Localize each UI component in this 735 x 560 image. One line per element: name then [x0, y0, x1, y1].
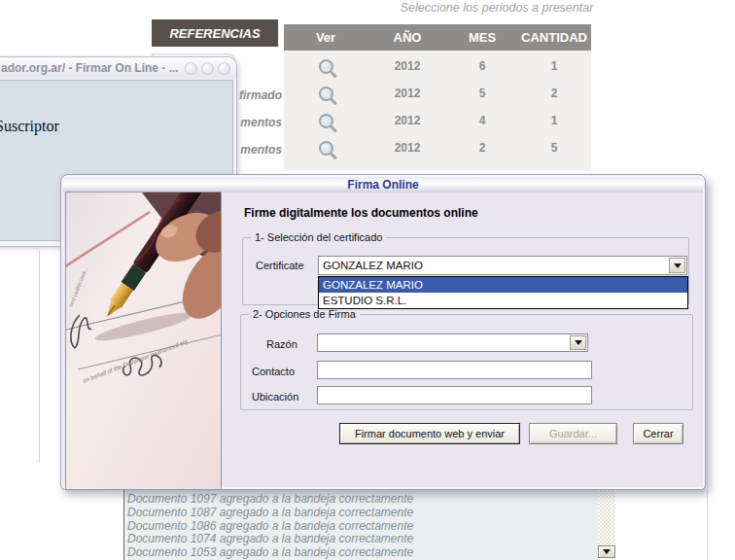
- certificate-dropdown-list: GONZALEZ MARIO ESTUDIO S.R.L.: [318, 276, 688, 309]
- periods-instruction: Seleccione los periodos a presentar: [389, 1, 605, 15]
- page-right-border: [707, 490, 708, 560]
- periods-table: Ver AÑO MES CANTIDAD 2012 6 1 2012 5 2 2…: [284, 24, 591, 170]
- window-control-button[interactable]: [185, 62, 197, 75]
- log-scrollbar[interactable]: [598, 490, 615, 558]
- razon-combo[interactable]: [317, 333, 588, 352]
- cell-cantidad: 1: [517, 52, 591, 80]
- column-header-ver: Ver: [284, 24, 368, 51]
- cell-mes: 6: [447, 52, 517, 80]
- magnifier-icon[interactable]: [319, 141, 333, 156]
- table-row: 2012 4 1: [284, 107, 591, 134]
- pen-photo-graphic: on behalf of the Developer (authorized s…: [66, 192, 222, 490]
- cell-cantidad: 2: [517, 80, 591, 107]
- log-item: Documento 1086 agregado a la bandeja cor…: [127, 520, 598, 534]
- table-row: 2012 5 2: [284, 80, 591, 107]
- window-titlebar[interactable]: ador.org.ar/ - Firmar On Line - ...: [0, 57, 236, 79]
- periods-table-body: 2012 6 1 2012 5 2 2012 4 1 2012 2 5: [284, 51, 591, 161]
- contacto-input[interactable]: [318, 364, 591, 380]
- ubicacion-field-wrap: [317, 386, 592, 404]
- sign-and-send-button[interactable]: Firmar documento web y enviar: [339, 423, 520, 444]
- log-item: Documento 1097 agregado a la bandeja cor…: [127, 493, 598, 507]
- log-item: Documento 1053 agregado a la bandeja cor…: [127, 546, 598, 560]
- dropdown-option[interactable]: ESTUDIO S.R.L.: [319, 293, 687, 308]
- dropdown-option[interactable]: GONZALEZ MARIO: [319, 277, 687, 293]
- dialog-titlebar[interactable]: Firma Online: [63, 177, 703, 192]
- window-control-button[interactable]: [218, 62, 230, 75]
- ubicacion-label: Ubicación: [252, 391, 298, 402]
- magnifier-icon[interactable]: [319, 59, 333, 74]
- column-header-ano: AÑO: [368, 24, 447, 51]
- screen: Seleccione los periodos a presentar REFE…: [0, 0, 735, 560]
- cell-ano: 2012: [368, 107, 447, 134]
- save-button: Guardar...: [529, 423, 617, 444]
- cell-cantidad: 5: [517, 134, 591, 161]
- table-row: 2012 6 1: [284, 52, 591, 80]
- column-header-cantidad: CANTIDAD: [517, 24, 591, 51]
- certificate-label: Certificate: [256, 260, 304, 271]
- cell-ano: 2012: [368, 134, 447, 161]
- references-header: REFERENCIAS: [152, 19, 278, 47]
- window-controls: [185, 62, 230, 75]
- references-title: REFERENCIAS: [169, 26, 260, 41]
- certificate-combo[interactable]: GONZALEZ MARIO: [318, 256, 687, 275]
- window-title: ador.org.ar/ - Firmar On Line - ...: [1, 61, 185, 75]
- magnifier-icon[interactable]: [319, 114, 333, 128]
- ubicacion-input[interactable]: [318, 389, 591, 405]
- cell-mes: 2: [447, 134, 517, 161]
- dialog-title: Firma Online: [347, 178, 418, 192]
- cell-mes: 5: [447, 80, 517, 107]
- razon-label: Razón: [266, 338, 298, 350]
- log-item: Documento 1074 agregado a la bandeja cor…: [127, 533, 598, 546]
- contacto-label: Contacto: [252, 366, 295, 377]
- magnifier-icon[interactable]: [319, 87, 333, 101]
- cell-mes: 4: [447, 107, 517, 134]
- contacto-field-wrap: [317, 361, 592, 379]
- table-row: 2012 2 5: [284, 134, 591, 161]
- options-section-legend: 2- Opciones de Firma: [249, 308, 360, 320]
- chevron-down-icon[interactable]: [570, 335, 586, 350]
- pen-signature-photo: on behalf of the Developer (authorized s…: [65, 192, 222, 490]
- certificate-section-legend: 1- Selección del certificado: [251, 231, 386, 243]
- document-log-list[interactable]: Documento 1097 agregado a la bandeja cor…: [123, 490, 598, 560]
- window-control-button[interactable]: [201, 62, 214, 75]
- cell-ano: 2012: [368, 80, 447, 107]
- close-button[interactable]: Cerrar: [633, 423, 683, 444]
- periods-table-header: Ver AÑO MES CANTIDAD: [284, 24, 591, 51]
- dialog-heading: Firme digitalmente los documentos online: [244, 206, 478, 220]
- certificate-combo-value: GONZALEZ MARIO: [319, 257, 686, 274]
- suscriptor-label: Suscriptor: [0, 118, 232, 135]
- page-divider-line: [39, 251, 40, 463]
- log-item: Documento 1087 agregado a la bandeja cor…: [127, 507, 598, 520]
- firma-online-dialog: Firma Online: [60, 174, 706, 490]
- column-header-mes: MES: [447, 24, 517, 51]
- chevron-down-icon[interactable]: [669, 258, 685, 273]
- cell-ano: 2012: [368, 52, 447, 80]
- cell-cantidad: 1: [517, 107, 591, 134]
- scroll-down-button[interactable]: [598, 545, 615, 558]
